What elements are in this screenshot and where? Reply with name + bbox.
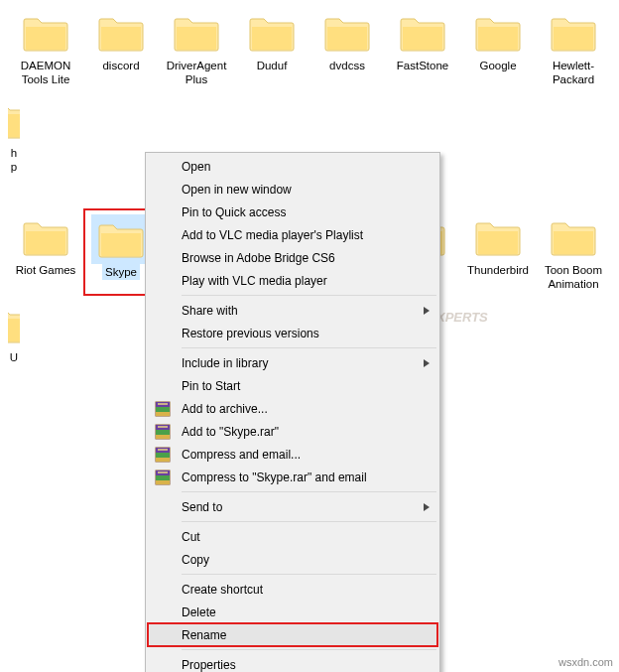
menu-item-label: Pin to Quick access xyxy=(182,205,286,219)
folder-icon xyxy=(468,8,528,58)
menu-item-add-to-vlc-media-player-s-playlist[interactable]: Add to VLC media player's Playlist xyxy=(148,223,437,246)
rar-icon xyxy=(154,446,172,464)
folder-label: Skype xyxy=(102,264,140,280)
menu-item-cut[interactable]: Cut xyxy=(148,525,437,548)
svg-rect-4 xyxy=(156,407,170,412)
menu-item-open-in-new-window[interactable]: Open in new window xyxy=(148,178,437,201)
folder-item[interactable]: discord xyxy=(83,4,159,91)
folder-icon xyxy=(468,212,528,262)
menu-item-label: Open xyxy=(182,160,210,174)
folder-item[interactable]: Riot Games xyxy=(8,208,83,296)
menu-item-label: Restore previous versions xyxy=(182,327,319,340)
menu-item-pin-to-start[interactable]: Pin to Start xyxy=(148,374,437,397)
folder-icon xyxy=(8,95,20,145)
folder-item[interactable]: Google xyxy=(460,4,536,91)
folder-icon xyxy=(393,8,452,58)
folder-item[interactable]: U xyxy=(8,296,20,369)
svg-rect-16 xyxy=(158,449,168,451)
menu-item-add-to-skype-rar[interactable]: Add to "Skype.rar" xyxy=(148,420,437,443)
menu-item-share-with[interactable]: Share with xyxy=(148,299,437,322)
folder-icon xyxy=(167,8,226,58)
menu-item-restore-previous-versions[interactable]: Restore previous versions xyxy=(148,322,437,344)
svg-rect-11 xyxy=(158,426,168,428)
folder-label: Google xyxy=(476,58,519,73)
menu-separator xyxy=(182,295,436,296)
menu-item-label: Add to archive... xyxy=(182,402,268,416)
chevron-right-icon xyxy=(424,307,430,315)
menu-item-label: Play with VLC media player xyxy=(182,274,327,288)
folder-item[interactable]: Toon Boom Animation xyxy=(536,208,611,296)
svg-rect-20 xyxy=(156,480,170,484)
folder-label: U xyxy=(8,349,20,365)
menu-item-rename[interactable]: Rename xyxy=(148,623,437,646)
explorer-desktop: APPUALS TECH HOW-TO'S FROM THE EXPERTS D… xyxy=(0,0,619,672)
svg-rect-6 xyxy=(158,403,168,405)
menu-item-label: Open in new window xyxy=(182,183,292,197)
menu-item-properties[interactable]: Properties xyxy=(148,653,437,672)
folder-item[interactable]: DAEMON Tools Lite xyxy=(8,4,83,91)
menu-separator xyxy=(182,491,436,492)
folder-icon xyxy=(16,212,75,262)
menu-separator xyxy=(182,574,436,575)
menu-item-play-with-vlc-media-player[interactable]: Play with VLC media player xyxy=(148,269,437,292)
folder-label: Riot Games xyxy=(13,262,79,278)
menu-item-copy[interactable]: Copy xyxy=(148,548,437,571)
menu-item-label: Compress to "Skype.rar" and email xyxy=(182,470,367,484)
folder-icon xyxy=(242,8,302,58)
chevron-right-icon xyxy=(424,503,430,511)
folder-icon xyxy=(544,8,603,58)
menu-item-browse-in-adobe-bridge-cs6[interactable]: Browse in Adobe Bridge CS6 xyxy=(148,246,437,269)
menu-item-label: Rename xyxy=(182,628,226,642)
folder-icon xyxy=(91,8,151,58)
folder-item[interactable]: hp xyxy=(8,91,20,179)
menu-item-label: Compress and email... xyxy=(182,448,301,462)
menu-item-label: Add to "Skype.rar" xyxy=(182,425,279,439)
menu-item-open[interactable]: Open xyxy=(148,155,437,178)
folder-label: Thunderbird xyxy=(464,262,532,278)
folder-icon xyxy=(317,8,377,58)
context-menu: OpenOpen in new windowPin to Quick acces… xyxy=(145,152,440,672)
folder-label: Duduf xyxy=(254,58,291,73)
menu-item-create-shortcut[interactable]: Create shortcut xyxy=(148,578,437,601)
folder-icon xyxy=(91,214,151,264)
svg-rect-9 xyxy=(156,430,170,435)
folder-item[interactable]: Thunderbird xyxy=(460,208,536,296)
folder-item[interactable]: Hewlett-Packard xyxy=(536,4,611,91)
menu-item-include-in-library[interactable]: Include in library xyxy=(148,351,437,374)
folder-label: discord xyxy=(99,58,142,73)
folder-item[interactable]: DriverAgentPlus xyxy=(159,4,234,91)
menu-item-label: Add to VLC media player's Playlist xyxy=(182,228,363,242)
menu-item-label: Create shortcut xyxy=(182,583,263,597)
folder-icon xyxy=(8,300,20,349)
folder-label: DAEMON Tools Lite xyxy=(10,58,81,87)
folder-label: Hewlett-Packard xyxy=(538,58,609,87)
menu-item-label: Cut xyxy=(182,530,200,544)
menu-item-compress-to-skype-rar-and-email[interactable]: Compress to "Skype.rar" and email xyxy=(148,466,437,488)
folder-item[interactable]: Duduf xyxy=(234,4,310,91)
folder-label: dvdcss xyxy=(326,58,368,73)
folder-label: Toon Boom Animation xyxy=(538,262,609,292)
rar-icon xyxy=(154,423,172,441)
menu-item-delete[interactable]: Delete xyxy=(148,601,437,623)
attribution: wsxdn.com xyxy=(558,656,613,668)
menu-separator xyxy=(182,347,436,348)
folder-item[interactable]: dvdcss xyxy=(310,4,385,91)
svg-rect-10 xyxy=(156,435,170,439)
menu-item-label: Copy xyxy=(182,553,209,567)
svg-rect-14 xyxy=(156,453,170,458)
menu-item-add-to-archive[interactable]: Add to archive... xyxy=(148,397,437,420)
menu-item-label: Include in library xyxy=(182,356,268,370)
folder-item[interactable]: FastStone xyxy=(385,4,460,91)
menu-item-compress-and-email[interactable]: Compress and email... xyxy=(148,443,437,466)
svg-rect-19 xyxy=(156,475,170,480)
folder-label: DriverAgentPlus xyxy=(161,58,232,87)
rar-icon xyxy=(154,400,172,418)
rar-icon xyxy=(154,469,172,486)
menu-separator xyxy=(182,649,436,650)
menu-item-pin-to-quick-access[interactable]: Pin to Quick access xyxy=(148,201,437,223)
menu-item-send-to[interactable]: Send to xyxy=(148,495,437,518)
svg-rect-15 xyxy=(156,458,170,462)
menu-item-label: Delete xyxy=(182,605,216,619)
svg-rect-21 xyxy=(158,471,168,473)
folder-label: hp xyxy=(8,145,20,175)
